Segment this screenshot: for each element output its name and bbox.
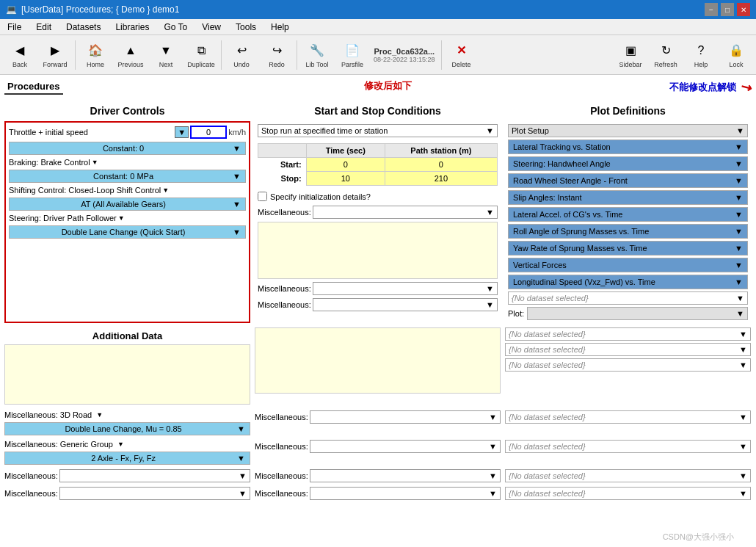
sidebar-button[interactable]: ▣ Sidebar bbox=[614, 38, 647, 72]
no-dataset-r5[interactable]: {No dataset selected} ▼ bbox=[505, 440, 751, 453]
stop-condition-select[interactable]: Stop run at specified time or station ▼ bbox=[258, 124, 498, 137]
lib-tool-button[interactable]: 🔧 Lib Tool bbox=[300, 38, 334, 72]
delete-button[interactable]: ✕ Delete bbox=[445, 38, 479, 72]
misc-bottom-row-1: Miscellaneous: ▼ bbox=[4, 469, 250, 482]
misc-generic-row: Miscellaneous: Generic Group ▼ bbox=[4, 440, 250, 449]
parsfile-button[interactable]: 📄 Parsfile bbox=[335, 38, 369, 72]
misc-text-area-1[interactable] bbox=[258, 222, 498, 279]
no-dataset-r6[interactable]: {No dataset selected} ▼ bbox=[505, 469, 751, 482]
misc-center-dropdown-3[interactable]: ▼ bbox=[310, 469, 501, 482]
misc-center-dropdown-4[interactable]: ▼ bbox=[310, 487, 501, 500]
plot-setup-dropdown[interactable]: Plot Setup ▼ bbox=[508, 124, 748, 137]
bottom-center-textarea-input[interactable] bbox=[255, 328, 500, 393]
misc-center-row-2: Miscellaneous: ▼ bbox=[255, 440, 501, 453]
bottom-misc-center-3: Miscellaneous: ▼ bbox=[255, 469, 501, 485]
next-icon: ▼ bbox=[157, 42, 175, 59]
undo-icon: ↩ bbox=[233, 42, 250, 59]
no-dataset-r3[interactable]: {No dataset selected} ▼ bbox=[505, 358, 751, 372]
back-button[interactable]: ◀ Back bbox=[3, 38, 37, 72]
brake-dropdown-arrow[interactable]: ▼ bbox=[92, 159, 98, 166]
menu-edit[interactable]: Edit bbox=[32, 21, 56, 33]
previous-button[interactable]: ▲ Previous bbox=[114, 38, 148, 72]
two-axle-label: 2 Axle - Fx, Fy, Fz bbox=[10, 454, 237, 463]
steer-dropdown-arrow[interactable]: ▼ bbox=[118, 214, 125, 222]
driver-controls-header: Driver Controls bbox=[4, 102, 250, 120]
menu-datasets[interactable]: Datasets bbox=[62, 21, 105, 33]
bottom-center-textarea[interactable] bbox=[255, 327, 501, 394]
roll-angle-btn[interactable]: Roll Angle of Sprung Masses vs. Time ▼ bbox=[508, 224, 748, 239]
menu-view[interactable]: View bbox=[197, 21, 225, 33]
constant-dropdown-arrow: ▼ bbox=[233, 144, 241, 153]
no-dataset-top[interactable]: {No dataset selected} ▼ bbox=[508, 291, 748, 305]
menu-goto[interactable]: Go To bbox=[159, 21, 192, 33]
duplicate-button[interactable]: ⧉ Duplicate bbox=[184, 38, 218, 72]
menu-help[interactable]: Help bbox=[266, 21, 294, 33]
sidebar-icon: ▣ bbox=[622, 42, 639, 59]
misc-center-row-4: Miscellaneous: ▼ bbox=[255, 487, 501, 500]
shift-value-row[interactable]: AT (All Available Gears) ▼ bbox=[9, 198, 246, 211]
lock-button[interactable]: 🔒 Lock bbox=[719, 38, 753, 72]
refresh-button[interactable]: ↻ Refresh bbox=[649, 38, 683, 72]
menu-file[interactable]: File bbox=[3, 21, 26, 33]
misc-bottom-dropdown-1[interactable]: ▼ bbox=[59, 469, 250, 482]
close-button[interactable]: ✕ bbox=[737, 3, 750, 16]
shift-dropdown-arrow[interactable]: ▼ bbox=[162, 186, 169, 194]
lateral-accel-btn[interactable]: Lateral Accel. of CG's vs. Time ▼ bbox=[508, 207, 748, 222]
constant-row[interactable]: Constant: 0 ▼ bbox=[9, 142, 246, 155]
start-station-cell[interactable]: 0 bbox=[385, 158, 497, 172]
yaw-rate-btn[interactable]: Yaw Rate of Sprung Masses vs. Time ▼ bbox=[508, 241, 748, 256]
misc-center-dropdown-1[interactable]: ▼ bbox=[310, 410, 501, 424]
slip-angles-btn[interactable]: Slip Angles: Instant ▼ bbox=[508, 190, 748, 205]
steer-value-row[interactable]: Double Lane Change (Quick Start) ▼ bbox=[9, 225, 246, 239]
lateral-tracking-btn[interactable]: Lateral Tracking vs. Station ▼ bbox=[508, 140, 748, 154]
undo-button[interactable]: ↩ Undo bbox=[225, 38, 258, 72]
no-dataset-r4[interactable]: {No dataset selected} ▼ bbox=[505, 410, 751, 424]
proc-info: Proc_0ca632a... 08-22-2022 13:15:28 bbox=[374, 47, 435, 63]
throttle-type-dropdown[interactable]: ▼ bbox=[175, 126, 189, 138]
additional-textarea[interactable] bbox=[5, 345, 250, 404]
time-header: Time (sec) bbox=[306, 144, 385, 158]
menu-tools[interactable]: Tools bbox=[231, 21, 261, 33]
road-wheel-steer-btn[interactable]: Road Wheel Steer Angle - Front ▼ bbox=[508, 173, 748, 188]
misc-textarea-1[interactable] bbox=[258, 222, 497, 278]
next-button[interactable]: ▼ Next bbox=[149, 38, 183, 72]
forward-button[interactable]: ▶ Forward bbox=[38, 38, 72, 72]
start-time-cell[interactable]: 0 bbox=[306, 158, 385, 172]
misc-bottom-dropdown-2[interactable]: ▼ bbox=[59, 487, 250, 500]
steer-value: Double Lane Change (Quick Start) bbox=[14, 228, 233, 236]
misc-dropdown-1[interactable]: ▼ bbox=[313, 206, 498, 219]
misc-center-row-1: Miscellaneous: ▼ bbox=[255, 410, 501, 424]
stop-time-cell[interactable]: 10 bbox=[306, 172, 385, 186]
misc-center-dropdown-2[interactable]: ▼ bbox=[310, 440, 501, 453]
no-dataset-r1[interactable]: {No dataset selected} ▼ bbox=[505, 327, 751, 341]
menu-libraries[interactable]: Libraries bbox=[111, 21, 153, 33]
dlc-mu-row[interactable]: Double Lane Change, Mu = 0.85 ▼ bbox=[4, 422, 250, 435]
stop-condition-arrow: ▼ bbox=[486, 126, 494, 135]
stop-label: Stop: bbox=[258, 172, 307, 186]
two-axle-row[interactable]: 2 Axle - Fx, Fy, Fz ▼ bbox=[4, 452, 250, 465]
init-details-checkbox[interactable] bbox=[258, 192, 267, 201]
home-button[interactable]: 🏠 Home bbox=[79, 38, 112, 72]
delete-label: Delete bbox=[452, 61, 471, 68]
minimize-button[interactable]: − bbox=[705, 3, 718, 16]
additional-data-textarea[interactable] bbox=[4, 344, 250, 405]
maximize-button[interactable]: □ bbox=[721, 3, 734, 16]
longitudinal-speed-btn[interactable]: Longitudinal Speed (Vxz_Fwd) vs. Time ▼ bbox=[508, 275, 748, 289]
brake-value-row[interactable]: Constant: 0 MPa ▼ bbox=[9, 170, 246, 183]
vertical-forces-btn[interactable]: Vertical Forces ▼ bbox=[508, 258, 748, 272]
no-dataset-r2[interactable]: {No dataset selected} ▼ bbox=[505, 343, 751, 356]
plot-select-dropdown[interactable]: ▼ bbox=[527, 307, 748, 320]
stop-station-cell[interactable]: 210 bbox=[385, 172, 497, 186]
steering-handwheel-btn[interactable]: Steering: Handwheel Angle ▼ bbox=[508, 156, 748, 171]
misc-3d-arrow[interactable]: ▼ bbox=[96, 411, 103, 419]
misc-dropdown-2[interactable]: ▼ bbox=[313, 282, 498, 295]
help-button[interactable]: ? Help bbox=[684, 38, 718, 72]
throttle-value-input[interactable] bbox=[190, 126, 227, 139]
no-dataset-r7[interactable]: {No dataset selected} ▼ bbox=[505, 487, 751, 500]
sidebar-label: Sidebar bbox=[619, 61, 641, 68]
help-label: Help bbox=[694, 61, 708, 68]
misc-generic-arrow[interactable]: ▼ bbox=[117, 441, 124, 448]
shift-value: AT (All Available Gears) bbox=[14, 200, 233, 209]
redo-button[interactable]: ↪ Redo bbox=[260, 38, 294, 72]
misc-dropdown-3[interactable]: ▼ bbox=[313, 298, 498, 311]
